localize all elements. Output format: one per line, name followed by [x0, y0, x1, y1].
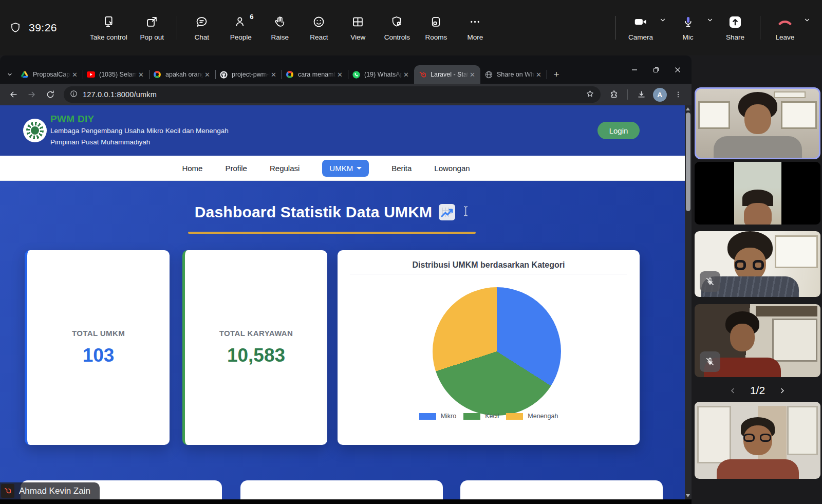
take-control-button[interactable]: Take control [90, 15, 127, 41]
pop-out-icon [145, 15, 159, 29]
tab-close-icon[interactable]: ✕ [137, 71, 145, 79]
nav-profile[interactable]: Profile [225, 164, 247, 173]
bookmark-star-icon[interactable] [586, 89, 594, 100]
page-scrollbar[interactable] [685, 105, 692, 499]
leave-call-icon [777, 15, 793, 29]
back-button[interactable] [5, 86, 22, 103]
extensions-icon[interactable] [606, 86, 622, 103]
participant-video-1-active-speaker[interactable] [695, 87, 820, 159]
participant-video-2[interactable] [695, 162, 820, 225]
window-minimize-button[interactable] [624, 55, 645, 84]
mic-options-chevron-icon[interactable] [706, 16, 714, 26]
tab-close-icon[interactable]: ✕ [203, 71, 211, 79]
window-close-button[interactable] [667, 55, 688, 84]
view-button[interactable]: View [344, 15, 372, 41]
site-header: PWM DIY Lembaga Pengembang Usaha Mikro K… [0, 105, 685, 156]
total-karyawan-card: TOTAL KARYAWAN 10,583 [182, 250, 327, 445]
camera-icon [633, 15, 648, 29]
scrollbar-thumb[interactable] [686, 113, 690, 211]
scroll-up-arrow[interactable] [686, 107, 690, 110]
react-button[interactable]: React [305, 15, 333, 41]
person-silhouette [730, 324, 755, 351]
tab-google-search-2[interactable]: cara menamb ✕ [282, 65, 348, 84]
text-cursor [463, 206, 469, 219]
glasses-decor [743, 434, 755, 442]
nav-lowongan[interactable]: Lowongan [434, 164, 470, 173]
stat-value: 103 [83, 345, 115, 366]
people-button[interactable]: 6 People [227, 15, 255, 41]
chat-button[interactable]: Chat [188, 15, 216, 41]
pie-chart [433, 287, 561, 416]
participant-video-5[interactable] [695, 402, 820, 479]
legend-item-kecil[interactable]: Kecil [463, 413, 499, 420]
scroll-down-arrow[interactable] [686, 494, 690, 497]
site-nav: Home Profile Regulasi UMKM Berita Lowong… [0, 156, 685, 181]
camera-button[interactable]: Camera [626, 15, 655, 41]
mic-button[interactable]: Mic [674, 15, 702, 41]
reload-button[interactable] [42, 86, 59, 103]
toolbar-separator [177, 16, 177, 40]
participant-rail: 1/2 [695, 55, 820, 504]
participant-video-3[interactable] [695, 231, 820, 297]
profile-avatar[interactable]: A [651, 86, 668, 103]
share-icon [728, 15, 742, 29]
leave-button[interactable]: Leave [771, 15, 799, 41]
tab-proposal[interactable]: ProposalCapst ✕ [16, 65, 83, 84]
window-decor [787, 406, 818, 455]
people-count-badge: 6 [250, 13, 253, 21]
legend-item-mikro[interactable]: Mikro [419, 413, 457, 420]
tab-close-icon[interactable]: ✕ [270, 71, 277, 79]
controls-button[interactable]: Controls [383, 15, 412, 41]
react-smiley-icon [312, 15, 326, 29]
youtube-icon [87, 70, 95, 79]
rooms-button[interactable]: Rooms [422, 15, 451, 41]
controls-shield-gear-icon [390, 15, 404, 29]
nav-home[interactable]: Home [182, 164, 202, 173]
toolbar-divider [627, 89, 628, 100]
nav-berita[interactable]: Berita [391, 164, 412, 173]
page-viewport: PWM DIY Lembaga Pengembang Usaha Mikro K… [0, 105, 692, 499]
browser-menu-kebab-icon[interactable] [670, 86, 686, 103]
browser-window: ProposalCapst ✕ (1035) Selamat ✕ apakah … [0, 55, 692, 499]
downloads-icon[interactable] [633, 86, 649, 103]
total-umkm-card: TOTAL UMKM 103 [25, 250, 170, 445]
tab-close-icon[interactable]: ✕ [402, 71, 410, 79]
legend-item-menengah[interactable]: Menengah [506, 413, 558, 420]
site-info-icon[interactable] [70, 90, 78, 99]
page-prev-chevron-icon[interactable] [729, 387, 737, 395]
stat-value: 10,583 [227, 345, 285, 366]
address-bar[interactable]: 127.0.0.1:8000/umkm [64, 86, 601, 103]
legend-swatch [463, 413, 480, 420]
share-button[interactable]: Share [721, 15, 750, 41]
tab-search-chevron-icon[interactable] [3, 66, 16, 83]
tab-share-on-whatsapp[interactable]: Share on Wha ✕ [480, 65, 547, 84]
mic-icon [681, 15, 695, 29]
tab-close-icon[interactable]: ✕ [336, 71, 344, 79]
forward-button[interactable] [24, 86, 40, 103]
more-button[interactable]: More [461, 15, 490, 41]
pop-out-button[interactable]: Pop out [138, 15, 166, 41]
security-shield-icon [9, 22, 22, 34]
tab-close-icon[interactable]: ✕ [469, 71, 476, 79]
leave-options-chevron-icon[interactable] [804, 16, 811, 26]
page-next-chevron-icon[interactable] [778, 387, 786, 395]
camera-options-chevron-icon[interactable] [659, 16, 666, 26]
tab-close-icon[interactable]: ✕ [535, 71, 543, 79]
toolbar-separator [615, 16, 616, 40]
tab-whatsapp[interactable]: (19) WhatsAp ✕ [348, 65, 414, 84]
raise-hand-button[interactable]: Raise [266, 15, 294, 41]
window-restore-button[interactable] [645, 55, 667, 84]
tab-google-search-1[interactable]: apakah orang ✕ [149, 65, 215, 84]
tab-youtube[interactable]: (1035) Selamat ✕ [83, 65, 149, 84]
rooms-icon [429, 15, 443, 29]
tab-laravel-active[interactable]: Laravel - Stati ✕ [414, 65, 480, 84]
login-button[interactable]: Login [597, 122, 640, 139]
participant-video-4[interactable] [695, 304, 820, 377]
nav-umkm-dropdown[interactable]: UMKM [322, 160, 369, 177]
drive-icon [21, 70, 29, 79]
new-tab-button[interactable]: + [549, 67, 564, 82]
tab-github[interactable]: project-pwm-f ✕ [215, 65, 282, 84]
nav-regulasi[interactable]: Regulasi [270, 164, 300, 173]
dashboard-hero: Dashboard Statistik Data UMKM TOTAL UMKM [0, 181, 685, 499]
tab-close-icon[interactable]: ✕ [71, 71, 79, 79]
